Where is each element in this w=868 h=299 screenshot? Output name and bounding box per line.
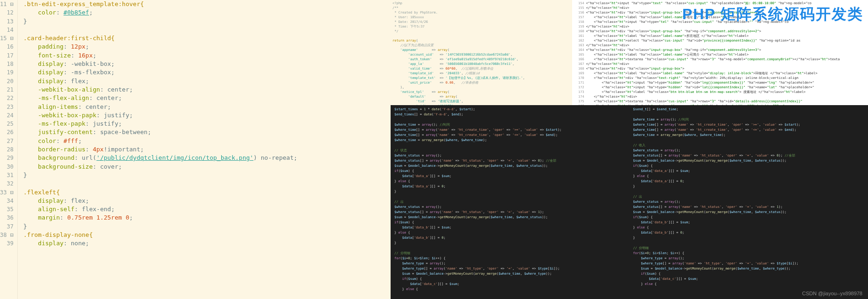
dark-code-right[interactable]: $send_t[] = $send_time; $where_time = ar… [630,105,868,299]
css-code-area[interactable]: .btn-edit-express_template:hover{ color:… [18,0,391,299]
title-overlay: PHP 矩阵系统源码开发类 [682,5,863,24]
dark-editor-row: $start_times = 1 * date('Y-m-d', $start)… [391,105,868,299]
right-top-row: <?php /** * Created by PhpStorm. * User:… [391,0,868,105]
line-gutter: 11 ⊟ 12 13 14 15 ⊟ 16 17 18 19 20 21 22 … [0,0,18,299]
right-panel: <?php /** * Created by PhpStorm. * User:… [391,0,868,299]
dark-code-left[interactable]: $start_times = 1 * date('Y-m-d', $start)… [391,105,630,299]
html-template-panel[interactable]: 154<"ha">class="ht">input "ha">type="tex… [572,0,868,105]
css-editor-panel: 11 ⊟ 12 13 14 15 ⊟ 16 17 18 19 20 21 22 … [0,0,391,299]
php-config-panel[interactable]: <?php /** * Created by PhpStorm. * User:… [391,0,572,105]
csdn-watermark: CSDN @jiayou--yx898978 [802,291,862,296]
